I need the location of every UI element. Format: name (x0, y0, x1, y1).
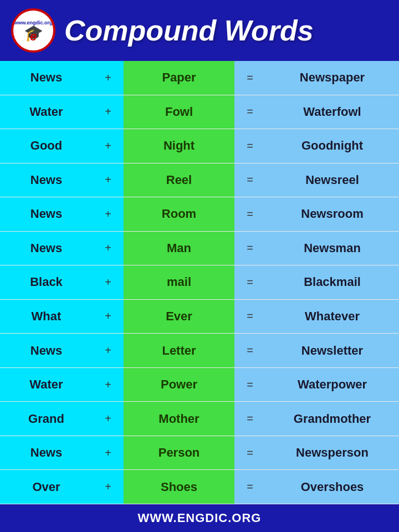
table-row: News + Person = Newsperson (0, 436, 399, 470)
plus-symbol: + (93, 368, 124, 402)
compound-words-table: News + Paper = Newspaper Water + Fowl = … (0, 61, 399, 504)
result-cell: Waterpower (265, 368, 399, 402)
result-cell: Overshoes (265, 470, 399, 504)
table-row: News + Letter = Newsletter (0, 334, 399, 368)
equals-symbol: = (234, 368, 265, 402)
table-row: News + Reel = Newsreel (0, 163, 399, 198)
plus-symbol: + (93, 265, 124, 299)
word2-cell: Person (124, 436, 234, 470)
table-row: Good + Night = Goodnight (0, 129, 399, 163)
page-title: Compound Words (64, 14, 314, 47)
logo: www.engdic.org 🎓 e (11, 8, 55, 53)
footer-url: WWW.ENGDIC.ORG (138, 511, 262, 525)
plus-symbol: + (93, 232, 124, 265)
word2-cell: Fowl (124, 95, 234, 129)
word2-cell: Power (124, 368, 234, 402)
equals-symbol: = (234, 265, 265, 299)
plus-symbol: + (93, 334, 124, 367)
table-row: Grand + Mother = Grandmother (0, 402, 399, 436)
result-cell: Newsletter (265, 334, 399, 367)
word2-cell: Man (124, 232, 234, 265)
word2-cell: Shoes (124, 470, 234, 504)
word1-cell: Good (0, 129, 93, 163)
plus-symbol: + (93, 197, 124, 231)
result-cell: Newsperson (265, 436, 399, 470)
word2-cell: Reel (124, 163, 234, 197)
table-row: Black + mail = Blackmail (0, 265, 399, 300)
plus-symbol: + (93, 470, 124, 504)
equals-symbol: = (234, 197, 265, 231)
equals-symbol: = (234, 436, 265, 470)
table-row: News + Paper = Newspaper (0, 61, 399, 95)
word1-cell: Over (0, 470, 93, 504)
equals-symbol: = (234, 300, 265, 334)
plus-symbol: + (93, 95, 124, 129)
word2-cell: Room (124, 197, 234, 231)
equals-symbol: = (234, 232, 265, 265)
equals-symbol: = (234, 61, 265, 95)
word1-cell: News (0, 197, 93, 231)
result-cell: Waterfowl (265, 95, 399, 129)
word2-cell: Ever (124, 300, 234, 334)
table-row: Water + Fowl = Waterfowl (0, 95, 399, 130)
equals-symbol: = (234, 95, 265, 129)
result-cell: Whatever (265, 300, 399, 334)
word1-cell: News (0, 61, 93, 95)
word1-cell: Grand (0, 402, 93, 436)
equals-symbol: = (234, 163, 265, 197)
equals-symbol: = (234, 470, 265, 504)
word1-cell: News (0, 334, 93, 367)
equals-symbol: = (234, 334, 265, 367)
page-header: www.engdic.org 🎓 e Compound Words (0, 0, 399, 61)
plus-symbol: + (93, 61, 124, 95)
equals-symbol: = (234, 129, 265, 163)
word1-cell: Water (0, 368, 93, 402)
result-cell: Blackmail (265, 265, 399, 299)
page-footer: WWW.ENGDIC.ORG (0, 504, 399, 532)
word1-cell: News (0, 436, 93, 470)
plus-symbol: + (93, 129, 124, 163)
table-row: Over + Shoes = Overshoes (0, 470, 399, 504)
plus-symbol: + (93, 163, 124, 197)
result-cell: Newspaper (265, 61, 399, 95)
table-row: News + Man = Newsman (0, 232, 399, 266)
result-cell: Newsman (265, 232, 399, 265)
logo-e-letter: e (30, 29, 37, 44)
plus-symbol: + (93, 436, 124, 470)
result-cell: Grandmother (265, 402, 399, 436)
table-row: Water + Power = Waterpower (0, 368, 399, 402)
word1-cell: News (0, 232, 93, 265)
plus-symbol: + (93, 402, 124, 436)
word1-cell: What (0, 300, 93, 334)
result-cell: Newsreel (265, 163, 399, 197)
word1-cell: Black (0, 265, 93, 299)
word1-cell: Water (0, 95, 93, 129)
word2-cell: Mother (124, 402, 234, 436)
equals-symbol: = (234, 402, 265, 436)
plus-symbol: + (93, 300, 124, 334)
word2-cell: Night (124, 129, 234, 163)
table-row: News + Room = Newsroom (0, 197, 399, 232)
word2-cell: Letter (124, 334, 234, 367)
word2-cell: Paper (124, 61, 234, 95)
result-cell: Goodnight (265, 129, 399, 163)
word1-cell: News (0, 163, 93, 197)
table-row: What + Ever = Whatever (0, 300, 399, 334)
result-cell: Newsroom (265, 197, 399, 231)
word2-cell: mail (124, 265, 234, 299)
